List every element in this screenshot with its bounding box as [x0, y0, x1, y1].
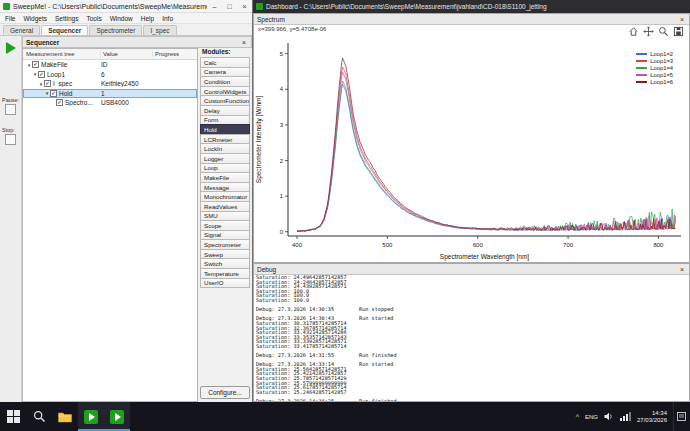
- clock[interactable]: 14:34 27/03/2026: [637, 410, 667, 424]
- legend-swatch: [636, 67, 647, 69]
- taskbar: ^ ENG 14:34 27/03/2026: [0, 402, 690, 431]
- y-tick-label: 5: [280, 51, 284, 57]
- tree-row-makefile[interactable]: ▾✓MakeFileID: [23, 60, 197, 70]
- close-icon[interactable]: ×: [678, 266, 686, 273]
- network-icon[interactable]: [620, 412, 631, 421]
- clock-time: 14:34: [637, 410, 667, 417]
- dashboard-taskbar-button[interactable]: [104, 402, 130, 431]
- run-button[interactable]: [3, 40, 19, 55]
- tab-sequencer[interactable]: Sequencer: [41, 25, 88, 35]
- spectrum-panel-title: Spectrum: [257, 16, 285, 23]
- tree-row-ispec[interactable]: ▾✓I_specKeithley2450: [23, 79, 197, 89]
- legend-entry-loop12: Loop1=2: [636, 51, 673, 57]
- legend-swatch: [636, 60, 647, 62]
- dashboard-icon: [110, 410, 124, 424]
- volume-icon[interactable]: [604, 412, 614, 421]
- notification-center-button[interactable]: [673, 402, 689, 431]
- menu-bar: FileWidgetsSettingsToolsWindowHelpInfo: [0, 13, 252, 24]
- close-button[interactable]: ×: [237, 0, 252, 12]
- home-icon[interactable]: [628, 26, 639, 37]
- clock-date: 27/03/2026: [637, 417, 667, 424]
- legend-swatch: [636, 74, 647, 76]
- pan-icon[interactable]: [643, 26, 654, 37]
- debug-panel: Debug × Saturation: 24.49642857142857Sat…: [253, 263, 690, 402]
- checkbox-icon[interactable]: ✓: [50, 90, 57, 97]
- dashboard-app-icon: [256, 3, 263, 10]
- tree-rows: ▾✓MakeFileID▾✓Loop16▾✓I_specKeithley2450…: [23, 60, 197, 108]
- series-loop16: [297, 58, 675, 231]
- configure-button[interactable]: Configure...: [200, 386, 250, 399]
- folder-icon: [58, 411, 72, 423]
- tree-row-hold[interactable]: ▾✓Hold1: [23, 89, 197, 99]
- tree-header-name[interactable]: Measurement tree: [23, 51, 101, 57]
- save-icon[interactable]: [673, 26, 684, 37]
- y-tick-label: 2: [280, 158, 284, 164]
- series-loop15: [297, 72, 675, 231]
- tree-row-spectro[interactable]: ✓Spectro...USB4000: [23, 98, 197, 108]
- menu-window[interactable]: Window: [110, 15, 133, 22]
- x-tick-label: 600: [473, 242, 484, 248]
- y-tick-label: 1: [280, 193, 284, 199]
- chart-legend: Loop1=2Loop1=3Loop1=4Loop1=5Loop1=6: [634, 50, 675, 86]
- close-icon[interactable]: ×: [240, 39, 248, 46]
- menu-info[interactable]: Info: [162, 15, 173, 22]
- spectrum-chart-area: x=399.966, y=5.4708e-06 4005006007008000…: [254, 25, 689, 262]
- series-loop13: [297, 67, 675, 231]
- sweepme-icon: [84, 410, 98, 424]
- tab-bar: GeneralSequencerSpectrometerI_spec: [0, 24, 252, 36]
- zoom-icon[interactable]: [658, 26, 669, 37]
- window-controls: – □ ×: [207, 0, 252, 12]
- tree-row-loop1[interactable]: ▾✓Loop16: [23, 70, 197, 80]
- menu-widgets[interactable]: Widgets: [23, 15, 46, 22]
- modules-list: CalcCameraConditionControlWidgetsCustomF…: [200, 57, 250, 288]
- legend-swatch: [636, 53, 647, 55]
- windows-logo-icon: [7, 410, 20, 423]
- search-button[interactable]: [26, 402, 52, 431]
- minimize-button[interactable]: –: [207, 0, 222, 12]
- module-userio[interactable]: UserIO: [200, 278, 250, 289]
- menu-settings[interactable]: Settings: [55, 15, 79, 22]
- maximize-button[interactable]: □: [222, 0, 237, 12]
- sweepme-taskbar-button[interactable]: [78, 402, 104, 431]
- sequencer-panel-header: Sequencer ×: [22, 36, 252, 48]
- tab-i_spec[interactable]: I_spec: [143, 25, 176, 35]
- run-strip: Pause: Stop:: [0, 36, 22, 402]
- x-tick-label: 800: [653, 242, 664, 248]
- menu-help[interactable]: Help: [141, 15, 154, 22]
- legend-entry-loop14: Loop1=4: [636, 65, 673, 71]
- tab-spectrometer[interactable]: Spectrometer: [89, 25, 142, 35]
- tray-expand-icon[interactable]: ^: [576, 413, 579, 420]
- y-tick-label: 3: [280, 122, 284, 128]
- language-indicator[interactable]: ENG: [585, 414, 598, 420]
- dashboard-titlebar[interactable]: Dashboard - C:\Users\Public\Documents\Sw…: [253, 0, 690, 13]
- measurement-tree-panel: Measurement tree Value Progress ▾✓MakeFi…: [22, 48, 198, 402]
- start-button[interactable]: [0, 402, 26, 431]
- sweepme-app-icon: [3, 3, 10, 10]
- legend-entry-loop16: Loop1=6: [636, 79, 673, 85]
- close-icon[interactable]: ×: [678, 16, 686, 23]
- y-axis-label: Spectrometer Intensity [W/nm]: [255, 96, 263, 184]
- series-loop14: [297, 81, 675, 231]
- checkbox-icon[interactable]: ✓: [38, 71, 45, 78]
- tab-general[interactable]: General: [3, 25, 40, 35]
- legend-entry-loop15: Loop1=5: [636, 72, 673, 78]
- cursor-readout: x=399.966, y=5.4708e-06: [258, 26, 326, 32]
- stop-button[interactable]: [5, 134, 16, 145]
- legend-swatch: [636, 81, 647, 83]
- file-explorer-button[interactable]: [52, 402, 78, 431]
- legend-entry-loop13: Loop1=3: [636, 58, 673, 64]
- menu-file[interactable]: File: [5, 15, 15, 22]
- tree-header-progress[interactable]: Progress: [153, 51, 197, 57]
- spectrum-panel: Spectrum × x=399.966, y=5.4708e-06 40050…: [253, 13, 690, 263]
- pause-button[interactable]: [5, 104, 16, 115]
- sweepme-titlebar[interactable]: SweepMe! - C:\Users\Public\Documents\Swe…: [0, 0, 252, 13]
- checkbox-icon[interactable]: ✓: [32, 61, 39, 68]
- menu-tools[interactable]: Tools: [86, 15, 101, 22]
- tree-header-value[interactable]: Value: [101, 51, 153, 57]
- checkbox-icon[interactable]: ✓: [44, 80, 51, 87]
- debug-log[interactable]: Saturation: 24.49642857142857Saturation:…: [256, 275, 689, 401]
- spectrum-chart[interactable]: 400500600700800012345Spectrometer Wavele…: [254, 25, 689, 264]
- dashboard-window-title: Dashboard - C:\Users\Public\Documents\Sw…: [266, 3, 547, 10]
- checkbox-icon[interactable]: ✓: [56, 99, 63, 106]
- x-axis-label: Spectrometer Wavelength [nm]: [440, 253, 530, 261]
